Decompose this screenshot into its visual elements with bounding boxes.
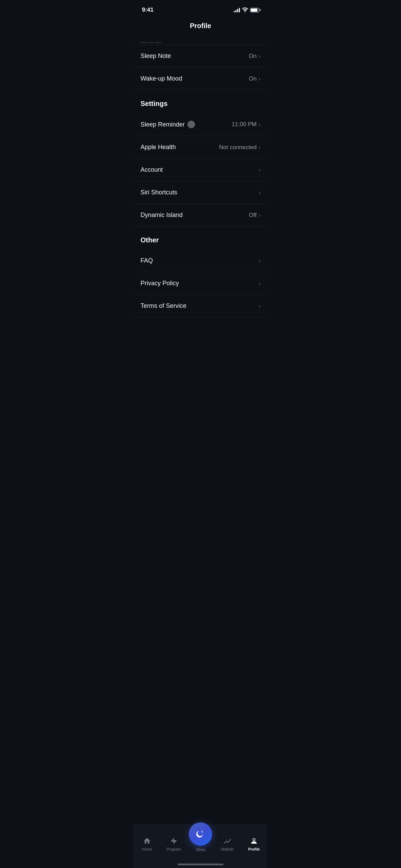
- siri-shortcuts-chevron: ›: [259, 190, 260, 196]
- account-item[interactable]: Account ›: [134, 159, 267, 181]
- terms-of-service-item[interactable]: Terms of Service ›: [134, 295, 267, 317]
- status-icons: [234, 8, 259, 12]
- sleep-note-value: On ›: [249, 53, 260, 60]
- content-scroll: — — — Sleep Note On › Wake-up Mood On › …: [134, 35, 267, 352]
- other-section-header: Other: [134, 227, 267, 250]
- status-time: 9:41: [142, 7, 154, 13]
- sleep-note-item[interactable]: Sleep Note On ›: [134, 45, 267, 68]
- account-value: ›: [259, 167, 260, 173]
- faq-value: ›: [259, 258, 260, 264]
- privacy-policy-chevron: ›: [259, 280, 260, 287]
- sleep-reminder-item[interactable]: Sleep Reminder 11:00 PM ›: [134, 113, 267, 136]
- wakeup-mood-chevron: ›: [259, 76, 260, 82]
- wakeup-mood-item[interactable]: Wake-up Mood On ›: [134, 68, 267, 90]
- privacy-policy-label: Privacy Policy: [141, 280, 179, 287]
- sleep-reminder-toggle[interactable]: [187, 121, 195, 128]
- settings-section-header: Settings: [134, 90, 267, 113]
- account-label: Account: [141, 166, 163, 173]
- apple-health-chevron: ›: [259, 144, 260, 150]
- privacy-policy-value: ›: [259, 280, 260, 287]
- sleep-note-chevron: ›: [259, 53, 260, 59]
- wakeup-mood-value: On ›: [249, 75, 260, 82]
- faq-chevron: ›: [259, 258, 260, 264]
- apple-health-label: Apple Health: [141, 144, 176, 151]
- dynamic-island-value: Off ›: [249, 212, 260, 219]
- sleep-reminder-label: Sleep Reminder: [141, 121, 185, 128]
- wakeup-mood-label: Wake-up Mood: [141, 75, 182, 82]
- wifi-icon: [242, 8, 248, 12]
- privacy-policy-item[interactable]: Privacy Policy ›: [134, 272, 267, 295]
- faq-label: FAQ: [141, 257, 153, 264]
- dynamic-island-chevron: ›: [259, 212, 260, 218]
- siri-shortcuts-label: Siri Shortcuts: [141, 189, 177, 196]
- apple-health-item[interactable]: Apple Health Not connected ›: [134, 136, 267, 159]
- page-title: Profile: [134, 19, 267, 35]
- battery-icon: [250, 8, 259, 12]
- dynamic-island-item[interactable]: Dynamic Island Off ›: [134, 204, 267, 227]
- sleep-reminder-value: 11:00 PM ›: [232, 121, 260, 128]
- apple-health-value: Not connected ›: [219, 144, 260, 151]
- faq-item[interactable]: FAQ ›: [134, 250, 267, 272]
- sleep-reminder-chevron: ›: [259, 121, 260, 128]
- terms-of-service-label: Terms of Service: [141, 302, 186, 310]
- terms-of-service-chevron: ›: [259, 303, 260, 309]
- signal-icon: [234, 8, 240, 12]
- status-bar: 9:41: [134, 0, 267, 19]
- siri-shortcuts-value: ›: [259, 190, 260, 196]
- partial-item: — — —: [134, 35, 267, 45]
- terms-of-service-value: ›: [259, 303, 260, 309]
- sleep-note-label: Sleep Note: [141, 52, 171, 60]
- account-chevron: ›: [259, 167, 260, 173]
- dynamic-island-label: Dynamic Island: [141, 212, 183, 219]
- siri-shortcuts-item[interactable]: Siri Shortcuts ›: [134, 181, 267, 204]
